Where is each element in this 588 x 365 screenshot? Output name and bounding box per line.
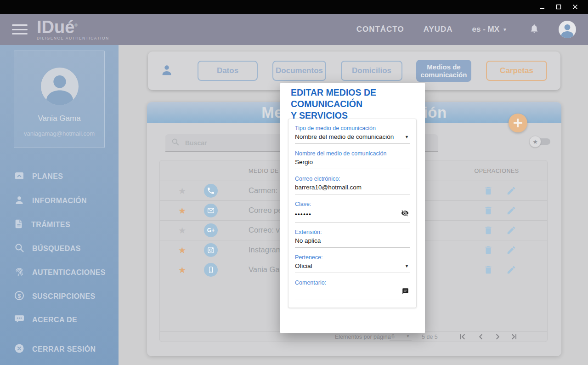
plans-icon xyxy=(14,170,25,183)
field-clave: Clave: •••••• xyxy=(295,201,410,222)
star-icon[interactable]: ★ xyxy=(178,225,186,236)
field-label: Correo elctrónico: xyxy=(295,176,410,182)
field-comentario: Comentario: xyxy=(295,279,410,300)
nav-ayuda[interactable]: AYUDA xyxy=(424,25,453,34)
sidebar: Vania Gama vaniagamag@hotmail.com PLANES… xyxy=(0,45,119,365)
tab-medios-de-comunicacion[interactable]: Medios de comunicación xyxy=(416,60,471,82)
nombre-medio-input[interactable]: Sergio xyxy=(295,157,410,169)
eye-off-icon[interactable] xyxy=(401,209,409,219)
pencil-icon[interactable] xyxy=(506,225,516,237)
star-icon[interactable]: ★ xyxy=(178,205,186,216)
star-icon[interactable]: ★ xyxy=(178,186,186,196)
field-correo: Correo elctrónico: barrera10@hotmail.com xyxy=(295,176,410,194)
chevron-down-icon: ▼ xyxy=(406,334,410,338)
star-icon[interactable]: ★ xyxy=(178,265,186,275)
person-icon xyxy=(14,194,25,207)
tab-documentos[interactable]: Documentos xyxy=(272,61,326,81)
logo-text: IDué xyxy=(37,17,74,37)
app-logo: IDué® DILIGENCE AUTHENTICATION xyxy=(37,18,109,40)
language-selector[interactable]: es - MX ▼ xyxy=(472,25,507,34)
sidebar-item-tramites[interactable]: TRÁMITES xyxy=(14,219,70,231)
first-page-icon[interactable] xyxy=(458,332,467,342)
comentario-input[interactable] xyxy=(295,286,410,300)
dollar-icon: $ xyxy=(14,290,25,303)
person-icon xyxy=(160,63,174,79)
maximize-button[interactable] xyxy=(552,1,565,12)
sidebar-item-suscripciones[interactable]: $ SUSCRIPCIONES xyxy=(14,291,96,302)
close-button[interactable] xyxy=(569,1,582,12)
search-icon xyxy=(171,137,180,148)
os-titlebar xyxy=(0,0,588,14)
tab-datos[interactable]: Datos xyxy=(198,61,258,81)
language-value: es - MX xyxy=(472,25,500,34)
nav-contacto[interactable]: CONTÁCTO xyxy=(356,25,404,34)
correo-input[interactable]: barrera10@hotmail.com xyxy=(295,182,410,194)
trash-icon[interactable] xyxy=(483,205,493,217)
field-label: Comentario: xyxy=(295,279,410,286)
favorites-toggle[interactable]: ★ xyxy=(529,136,550,148)
page-size-label: Elementos por página xyxy=(335,334,391,340)
pertenece-select[interactable]: Oficial ▼ xyxy=(295,261,410,273)
add-button[interactable] xyxy=(509,114,527,132)
comment-icon[interactable] xyxy=(402,288,409,297)
logout-icon xyxy=(14,343,25,356)
profile-card: Vania Gama vaniagamag@hotmail.com xyxy=(14,51,105,148)
registered-mark: ® xyxy=(74,23,78,28)
chevron-down-icon: ▼ xyxy=(405,264,409,268)
app-header: IDué® DILIGENCE AUTHENTICATION CONTÁCTO … xyxy=(0,14,588,45)
tab-domicilios[interactable]: Domicilios xyxy=(341,61,402,81)
extension-input[interactable]: No aplica xyxy=(295,235,410,248)
pencil-icon[interactable] xyxy=(506,245,516,257)
star-icon: ★ xyxy=(529,136,541,148)
chevron-down-icon: ▼ xyxy=(503,27,507,32)
sidebar-item-autenticaciones[interactable]: AUTENTICACIONES xyxy=(14,267,106,279)
sidebar-item-acerca-de[interactable]: ACERCA DE xyxy=(14,314,77,326)
instagram-icon xyxy=(204,243,218,257)
app-window: IDué® DILIGENCE AUTHENTICATION CONTÁCTO … xyxy=(0,0,588,365)
dialog-form-card: Tipo de medio de comunicación Nombre del… xyxy=(288,119,417,308)
minimize-button[interactable] xyxy=(536,1,548,12)
user-avatar[interactable] xyxy=(559,21,576,38)
tab-carpetas[interactable]: Carpetas xyxy=(486,61,547,81)
pencil-icon[interactable] xyxy=(506,265,516,277)
field-extension: Extensión: No aplica xyxy=(295,229,410,248)
svg-text:$: $ xyxy=(18,293,21,299)
trash-icon[interactable] xyxy=(483,245,493,257)
edit-medios-dialog: EDITAR MEDIOS DE COMUNICACIÓN Y SERVICIO… xyxy=(280,83,425,333)
dialog-title: EDITAR MEDIOS DE COMUNICACIÓN Y SERVICIO… xyxy=(291,87,415,121)
page-size-select[interactable]: 6 ▼ xyxy=(390,332,412,341)
sidebar-item-planes[interactable]: PLANES xyxy=(14,171,63,182)
tipo-medio-select[interactable]: Nombre del medio de comunicación ▼ xyxy=(295,131,410,144)
last-page-icon[interactable] xyxy=(510,332,519,342)
profile-name: Vania Gama xyxy=(14,114,104,123)
document-icon xyxy=(14,218,24,231)
profile-email: vaniagamag@hotmail.com xyxy=(14,130,104,137)
search-icon xyxy=(14,242,25,255)
trash-icon[interactable] xyxy=(483,265,493,277)
column-operaciones: OPERACIONES xyxy=(464,168,529,174)
pencil-icon[interactable] xyxy=(506,186,516,198)
bell-icon[interactable] xyxy=(529,23,539,35)
chevron-down-icon: ▼ xyxy=(405,135,409,139)
pencil-icon[interactable] xyxy=(506,205,516,217)
field-label: Extensión: xyxy=(295,229,410,235)
star-icon[interactable]: ★ xyxy=(178,245,186,256)
field-label: Tipo de medio de comunicación xyxy=(295,125,410,131)
sidebar-item-busquedas[interactable]: BÚSQUEDAS xyxy=(14,243,81,255)
sidebar-item-cerrar-sesion[interactable]: CERRAR SESIÓN xyxy=(14,343,96,355)
trash-icon[interactable] xyxy=(483,225,493,237)
field-label: Pertenece: xyxy=(295,254,410,261)
field-label: Nombre del medio de comunicación xyxy=(295,150,410,157)
field-pertenece: Pertenece: Oficial ▼ xyxy=(295,254,410,273)
field-label: Clave: xyxy=(295,201,410,207)
next-page-icon[interactable] xyxy=(493,332,503,342)
logo-tagline: DILIGENCE AUTHENTICATION xyxy=(37,36,109,40)
field-tipo-medio: Tipo de medio de comunicación Nombre del… xyxy=(295,125,410,144)
clave-input[interactable]: •••••• xyxy=(295,207,410,222)
prev-page-icon[interactable] xyxy=(476,332,486,342)
chat-icon xyxy=(14,314,25,326)
trash-icon[interactable] xyxy=(483,186,493,198)
mail-icon xyxy=(204,204,218,217)
sidebar-item-informacion[interactable]: INFORMACIÓN xyxy=(14,195,87,207)
menu-hamburger-icon[interactable] xyxy=(12,24,28,34)
